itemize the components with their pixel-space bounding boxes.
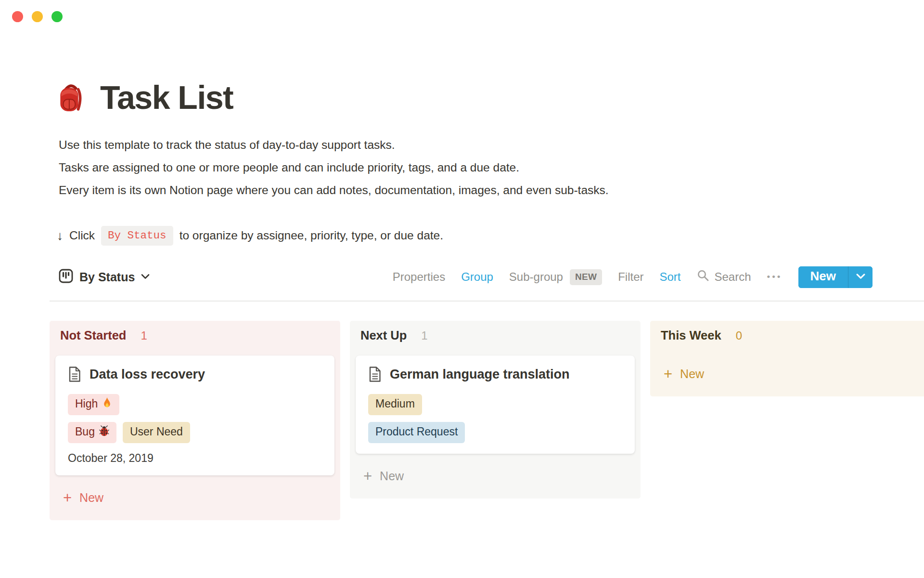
ellipsis-icon: ••• [767,272,783,282]
column-header: Not Started 1 [60,328,334,345]
toolbar-item-group[interactable]: Group [461,270,493,284]
more-options-button[interactable]: ••• [767,272,783,282]
page-description: Use this template to track the status of… [59,138,924,197]
column-title: Next Up [360,328,407,342]
inline-code-chip: By Status [101,226,173,246]
board-column-next-up: Next Up 1 German language translation [350,321,641,499]
new-feature-badge: NEW [570,269,602,285]
minimize-button[interactable] [32,11,43,22]
toolbar-actions: Properties Group Sub-group NEW Filter So… [393,266,873,288]
view-selector-label: By Status [79,270,135,284]
add-new-card-button[interactable]: + New [664,367,704,381]
board-column-not-started: Not Started 1 Data loss recovery [50,321,340,520]
task-card-data-loss-recovery[interactable]: Data loss recovery High [55,355,334,475]
tag-row: Product Request [368,422,622,443]
card-title-row: German language translation [368,366,622,384]
tag-bug: Bug [68,422,116,443]
search-icon [697,269,709,285]
down-arrow-icon: ↓ [57,228,63,243]
chevron-down-icon [141,273,150,281]
tag-label: High [75,397,98,410]
card-title: German language translation [390,366,570,382]
plus-icon: + [664,368,672,380]
column-count: 1 [421,329,427,342]
tag-row: Medium [368,394,622,415]
search-button[interactable]: Search [697,269,751,285]
board-column-this-week: This Week 0 + New [650,321,924,396]
new-dropdown-button[interactable] [848,266,873,288]
plus-icon: + [363,470,372,482]
board-view-icon [59,269,73,285]
page-document-icon [68,367,81,384]
close-button[interactable] [12,11,23,22]
page-header: Task List [55,77,924,118]
column-title: Not Started [60,328,126,342]
task-card-german-language-translation[interactable]: German language translation Medium Produ… [356,355,635,454]
new-button[interactable]: New [798,266,848,288]
app-window: Task List Use this template to track the… [0,0,924,578]
tag-label: Bug [75,425,95,438]
window-controls [12,11,63,22]
add-new-label: New [680,367,704,381]
toolbar-item-filter[interactable]: Filter [618,270,643,284]
new-button-group: New [798,266,873,288]
tag-label: Medium [375,397,415,410]
fire-icon [102,397,112,411]
tag-row: High [68,394,322,415]
page-document-icon [368,367,382,384]
tag-row: Bug [68,422,322,443]
tag-label: User Need [130,425,183,438]
kanban-board: Not Started 1 Data loss recovery [50,321,924,520]
tag-medium: Medium [368,394,422,415]
description-line: Every item is its own Notion page where … [59,183,924,197]
toolbar-item-properties[interactable]: Properties [393,270,445,284]
column-header: Next Up 1 [360,328,635,345]
card-title: Data loss recovery [90,366,205,382]
add-new-card-button[interactable]: + New [363,469,404,483]
card-due-date: October 28, 2019 [68,452,322,465]
toolbar-item-subgroup[interactable]: Sub-group NEW [509,269,602,285]
add-new-label: New [79,491,103,505]
description-line: Use this template to track the status of… [59,138,924,152]
tag-high: High [68,394,119,415]
ladybug-icon [99,425,109,438]
add-new-card-button[interactable]: + New [63,491,103,505]
toolbar-item-subgroup-label: Sub-group [509,270,563,284]
instruction-click-label: Click [69,229,95,242]
column-count: 0 [736,329,742,342]
toolbar-divider [50,301,924,302]
page-title: Task List [100,77,233,118]
add-new-label: New [380,469,404,483]
column-header: This Week 0 [661,328,924,345]
tag-label: Product Request [375,425,458,438]
column-title: This Week [661,328,721,342]
maximize-button[interactable] [51,11,63,22]
description-line: Tasks are assigned to one or more people… [59,160,924,175]
column-count: 1 [141,329,147,342]
instruction-rest: to organize by assignee, priority, type,… [180,229,443,242]
tag-user-need: User Need [123,422,190,443]
plus-icon: + [63,492,72,504]
chevron-down-icon [856,273,865,281]
view-selector[interactable]: By Status [59,269,150,285]
tag-product-request: Product Request [368,422,465,443]
collection-toolbar: By Status Properties Group Sub-group NEW… [59,266,873,288]
backpack-icon[interactable] [55,81,87,113]
search-label: Search [715,270,751,284]
card-title-row: Data loss recovery [68,366,322,384]
instruction-line: ↓ Click By Status to organize by assigne… [57,224,924,247]
toolbar-item-sort[interactable]: Sort [660,270,681,284]
